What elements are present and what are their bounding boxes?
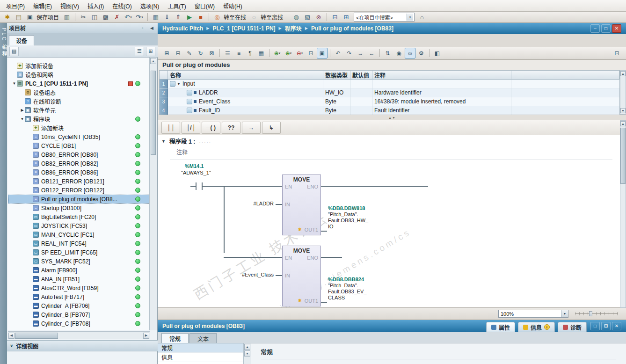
dropdown-icon[interactable]: ▾ bbox=[407, 14, 413, 21]
scroll-thumb[interactable] bbox=[15, 333, 58, 339]
menu-item[interactable]: 视图(V) bbox=[56, 0, 83, 11]
scroll-up-icon[interactable]: ▲ bbox=[244, 344, 250, 350]
scroll-up-icon[interactable]: ▲ bbox=[150, 58, 156, 64]
empty-box-tool-icon[interactable]: ?? bbox=[222, 122, 240, 134]
tree-item[interactable]: ▼▣程序块 bbox=[8, 115, 150, 124]
menu-item[interactable]: 项目(P) bbox=[2, 0, 29, 11]
menu-item[interactable]: 在线(O) bbox=[108, 0, 136, 11]
tree-item[interactable]: ≡10ms_CycleINT [OB35] bbox=[8, 132, 150, 141]
tree-item[interactable]: ▭MAIN_CYCLIC [FC1] bbox=[8, 230, 150, 239]
expander-icon[interactable]: ▶ bbox=[20, 108, 25, 112]
breadcrumb-item[interactable]: 程序块 bbox=[285, 24, 302, 32]
collapse-panel-icon[interactable]: ◀ bbox=[148, 24, 156, 32]
menu-item[interactable]: 窗口(W) bbox=[190, 0, 219, 11]
upload-from-device-icon[interactable]: ⇑ bbox=[173, 12, 183, 22]
nav-item[interactable]: 信息 bbox=[158, 353, 243, 362]
tree-view-icon[interactable]: ▤ bbox=[9, 47, 19, 56]
delete-row-icon[interactable]: ⊟ bbox=[173, 48, 183, 58]
menu-item[interactable]: 帮助(H) bbox=[219, 0, 247, 11]
tree-item[interactable]: ▭SYS_MARK [FC52] bbox=[8, 257, 150, 266]
tree-item[interactable]: ⊞设备和网络 bbox=[8, 70, 150, 79]
detail-view-bar[interactable]: ∨ 详细视图 bbox=[7, 340, 158, 351]
block-consistency-icon[interactable]: ⊠ bbox=[206, 48, 217, 58]
no-contact-icon[interactable]: ┤├ bbox=[161, 122, 180, 134]
start-cpu-icon[interactable]: ▶ bbox=[184, 12, 195, 22]
undo-icon[interactable]: ↶▾ bbox=[123, 12, 133, 22]
tree-item[interactable]: ≡OB121_ERROR [OB121] bbox=[8, 177, 150, 186]
tree-item[interactable]: ▬Alarm [FB900] bbox=[8, 266, 150, 275]
zoom-select[interactable]: 100% ▼ bbox=[498, 310, 568, 318]
value-cell[interactable] bbox=[350, 88, 372, 97]
tree-item[interactable]: ▶▣软件单元 bbox=[8, 106, 150, 115]
comment-cell[interactable]: Fault identifier bbox=[372, 106, 511, 115]
restore-panel-icon[interactable]: □ bbox=[590, 322, 600, 330]
tab-properties[interactable]: 属性 bbox=[486, 322, 515, 332]
nc-contact-icon[interactable]: ┤/├ bbox=[182, 122, 200, 134]
plc-programming-strip[interactable]: PLC 编程 bbox=[0, 23, 7, 364]
structure-view-icon[interactable]: ◧ bbox=[432, 48, 443, 58]
value-cell[interactable]: Byte bbox=[323, 106, 350, 115]
table-row[interactable]: 1▼Input bbox=[160, 80, 619, 88]
splitter-down-icon[interactable]: ▾ bbox=[393, 116, 395, 120]
redo-icon[interactable]: ↷▾ bbox=[134, 12, 145, 22]
scroll-thumb[interactable] bbox=[151, 71, 156, 155]
table-row[interactable]: 2LADDRHW_IOHardware identifier bbox=[160, 88, 619, 97]
tree-item[interactable]: ≡Pull or plug of modules [OB8... bbox=[8, 195, 150, 204]
editor-settings-icon[interactable]: ⚙ bbox=[416, 48, 427, 58]
subtab-文本[interactable]: 文本 bbox=[189, 333, 217, 343]
breadcrumb-item[interactable]: Pull or plug of modules [OB83] bbox=[311, 25, 393, 32]
collapse-networks-icon[interactable]: ≡ bbox=[233, 48, 244, 58]
snapshot-icon[interactable]: ◉ bbox=[393, 48, 404, 58]
move-block-1[interactable]: MOVE EN ENO IN ✱ OUT1 bbox=[282, 175, 321, 235]
insert-row-icon[interactable]: ⊞ bbox=[161, 48, 172, 58]
breadcrumb-item[interactable]: PLC_1 [CPU 1511-1 PN] bbox=[213, 25, 276, 32]
value-cell[interactable]: HW_IO bbox=[323, 88, 350, 97]
expand-networks-icon[interactable]: ☰ bbox=[222, 48, 233, 58]
tree-item[interactable]: ≡OB86_ERROR [OB86] bbox=[8, 168, 150, 177]
restore-icon[interactable]: □ bbox=[601, 24, 611, 33]
column-header[interactable]: 名称 bbox=[168, 71, 323, 80]
ladder-vertical-scrollbar[interactable]: ▲ bbox=[620, 120, 626, 308]
tree-item[interactable]: ▭BigLittelSwitch [FC20] bbox=[8, 212, 150, 221]
tree-item[interactable]: ✚添加新块 bbox=[8, 124, 150, 132]
maximize-editor-icon[interactable]: ⊡ bbox=[611, 48, 622, 58]
tree-item[interactable]: ▬Cylinder_C [FB708] bbox=[8, 319, 150, 328]
value-cell[interactable] bbox=[350, 80, 372, 88]
table-row[interactable]: 3Event_ClassByte16#38/39: module inserte… bbox=[160, 97, 619, 106]
scroll-thumb[interactable] bbox=[620, 128, 626, 184]
zoom-dropdown-icon[interactable]: ▼ bbox=[561, 310, 568, 317]
breadcrumb-item[interactable]: Hydraulic Pitch bbox=[162, 25, 203, 32]
move2-output-operand[interactable]: %DB8.DBB824 "Pitch_Data". Fault.OB83_EV_… bbox=[328, 277, 367, 301]
cut-icon[interactable]: ✂ bbox=[78, 12, 88, 22]
update-interface-icon[interactable]: ↻ bbox=[195, 48, 206, 58]
zoom-slider[interactable] bbox=[575, 311, 618, 317]
menu-item[interactable]: 选项(N) bbox=[136, 0, 164, 11]
inspector-nav-scrollbar[interactable]: ▲ ▼ bbox=[244, 343, 251, 364]
comment-cell[interactable]: Hardware identifier bbox=[372, 88, 511, 97]
contact-tag-name[interactable]: "ALWAYS_1" bbox=[181, 170, 211, 175]
value-cell[interactable]: Byte bbox=[323, 97, 350, 106]
contact-address[interactable]: %M14.1 bbox=[185, 163, 204, 169]
expander-icon[interactable]: ▼ bbox=[177, 82, 181, 86]
zoom-slider-thumb[interactable] bbox=[589, 311, 592, 316]
new-project-icon[interactable]: ✱ bbox=[2, 12, 13, 22]
go-online-icon[interactable]: ◎ bbox=[212, 12, 222, 22]
value-cell[interactable] bbox=[350, 97, 372, 106]
ladder-canvas[interactable]: ▼ 程序段 1 : ..... 注释 西门子工业 技术论坛 support.in… bbox=[158, 135, 620, 308]
tree-item[interactable]: ▬Cylinder_B [FB707] bbox=[8, 310, 150, 319]
table-row[interactable]: 4Fault_IDByteFault identifier bbox=[160, 106, 619, 115]
splitter-up-icon[interactable]: ▴ bbox=[389, 116, 391, 120]
expander-icon[interactable]: ▼ bbox=[12, 81, 17, 86]
name-cell[interactable]: LADDR bbox=[168, 88, 323, 97]
remove-input-icon[interactable]: ⊖▾ bbox=[294, 48, 305, 58]
download-to-device-icon[interactable]: ⇓ bbox=[162, 12, 172, 22]
expander-icon[interactable]: ▼ bbox=[20, 117, 25, 121]
tree-item[interactable]: ▭SP EED_LIMIT [FC65] bbox=[8, 248, 150, 257]
split-vertical-icon[interactable]: ⊞ bbox=[341, 12, 351, 22]
column-header[interactable]: 注释 bbox=[372, 71, 511, 80]
move1-output-operand[interactable]: %DB8.DBW818 "Pitch_Data". Fault.OB83_HW_… bbox=[328, 205, 368, 230]
print-icon[interactable]: ▥ bbox=[62, 12, 72, 22]
tree-item[interactable]: ≡Startup [OB100] bbox=[8, 204, 150, 212]
name-cell[interactable]: Fault_ID bbox=[168, 106, 323, 115]
edit-tags-icon[interactable]: ✎ bbox=[184, 48, 195, 58]
